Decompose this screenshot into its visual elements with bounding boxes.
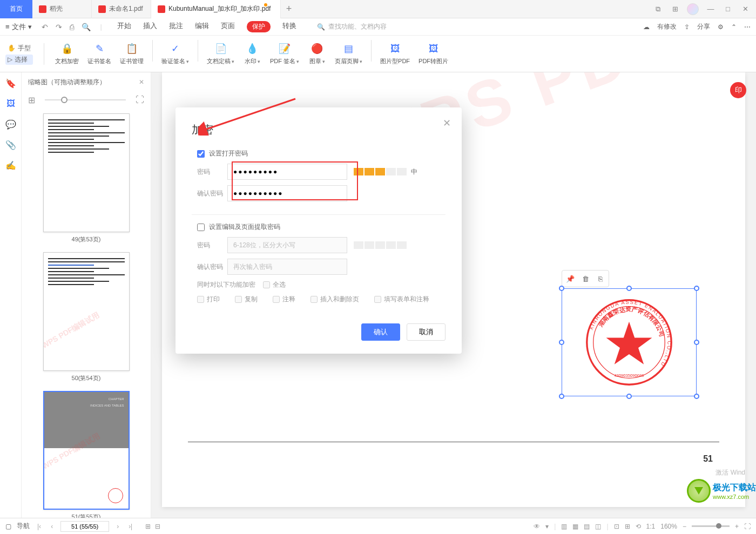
tool-水印[interactable]: 💧水印▾ (239, 40, 266, 67)
prev-page-button[interactable]: ‹ (49, 523, 55, 530)
eye-icon[interactable]: 👁 (534, 523, 540, 530)
tool-图片型PDF[interactable]: 🖼图片型PDF (376, 40, 414, 67)
tool-证书管理[interactable]: 📋证书管理 (116, 40, 148, 67)
comment-icon[interactable]: 💬 (4, 118, 17, 131)
changes-label[interactable]: 有修改 (657, 22, 677, 31)
thumbnail-icon[interactable]: 🖼 (4, 97, 17, 110)
fullscreen-icon[interactable]: ⛶ (744, 523, 751, 530)
open-password-confirm-input[interactable] (227, 185, 347, 201)
redo-icon[interactable]: ↷ (56, 23, 62, 31)
thumb-close[interactable]: ✕ (139, 78, 144, 86)
menu-search[interactable]: 🔍 查找功能、文档内容 (317, 22, 387, 31)
menu-insert[interactable]: 插入 (143, 21, 157, 32)
attachment-icon[interactable]: 📎 (4, 138, 17, 151)
tool-文档定稿[interactable]: 📄文档定稿▾ (202, 40, 239, 67)
menu-start[interactable]: 开始 (117, 21, 131, 32)
tool-图章[interactable]: 🔴图章▾ (303, 40, 330, 67)
layout-icon[interactable]: ⊞ (145, 523, 151, 530)
layout-icon[interactable]: ⊟ (155, 523, 160, 530)
view-icon[interactable]: ⊞ (625, 523, 630, 530)
view-icon[interactable]: ▤ (584, 523, 590, 530)
tab-daoke[interactable]: 稻壳 (32, 0, 92, 18)
collapse-icon[interactable]: ⌃ (731, 23, 737, 31)
seal-copy-button[interactable]: ⎘ (594, 272, 607, 285)
file-menu[interactable]: ≡ 文件 ▾ (5, 22, 32, 32)
tool-验证签名[interactable]: ✓验证签名▾ (157, 40, 193, 67)
tab-home[interactable]: 首页 (0, 0, 32, 18)
menu-convert[interactable]: 转换 (282, 21, 296, 32)
menu-page[interactable]: 页面 (221, 21, 235, 32)
bookmark-icon[interactable]: 🔖 (4, 77, 17, 90)
view-icon[interactable]: ▥ (561, 523, 567, 530)
settings-icon[interactable]: ⚙ (718, 23, 724, 31)
resize-handle[interactable] (694, 394, 699, 399)
edit-password-confirm-input[interactable] (227, 259, 347, 275)
cloud-icon[interactable]: ☁ (643, 23, 650, 31)
next-page-button[interactable]: › (114, 523, 121, 530)
reader-mode-icon[interactable]: ⧉ (652, 4, 663, 15)
ok-button[interactable]: 确认 (361, 323, 400, 341)
tab-kubuntu[interactable]: KubuntuManual_加水印_加水印.pdf (151, 0, 281, 18)
set-open-password-checkbox[interactable] (197, 150, 205, 158)
zoom-out-button[interactable]: − (683, 523, 686, 530)
tab-add-button[interactable]: + (281, 3, 297, 15)
edit-password-input[interactable] (227, 237, 347, 253)
thumb-expand-icon[interactable]: ⛶ (136, 95, 144, 105)
avatar[interactable] (687, 3, 699, 15)
cancel-button[interactable]: 取消 (407, 323, 446, 341)
window-close[interactable]: ✕ (740, 4, 751, 15)
document-view[interactable]: WPS PDF 编 51 激活 Wind 印 📌 🗑 ⎘ (151, 72, 756, 518)
resize-handle[interactable] (559, 340, 564, 345)
tool-证书签名[interactable]: ✎证书签名 (83, 40, 116, 67)
thumb-item-49[interactable]: 49(第53页) (38, 113, 134, 244)
menu-edit[interactable]: 编辑 (195, 21, 209, 32)
undo-icon[interactable]: ↶ (42, 23, 48, 31)
resize-handle[interactable] (694, 286, 699, 291)
view-icon[interactable]: ⊡ (614, 523, 619, 530)
select-all-checkbox[interactable] (263, 281, 270, 288)
menu-protect[interactable]: 保护 (247, 21, 271, 32)
perm-forms-checkbox[interactable] (374, 296, 381, 303)
tool-文档加密[interactable]: 🔒文档加密 (51, 40, 83, 67)
seal-object[interactable]: 📌 🗑 ⎘ XINRONGDA ASSET ENALUATION CO.,LTD… (562, 288, 697, 396)
actual-size-button[interactable]: 1:1 (646, 523, 656, 530)
more-icon[interactable]: ⋯ (744, 23, 751, 31)
window-minimize[interactable]: — (705, 4, 716, 15)
tool-页眉页脚[interactable]: ▤页眉页脚▾ (330, 40, 367, 67)
first-page-button[interactable]: |‹ (35, 523, 43, 530)
resize-handle[interactable] (626, 394, 632, 399)
tool-PDF 签名[interactable]: 📝PDF 签名▾ (266, 40, 303, 67)
share-button[interactable]: 分享 (697, 22, 710, 31)
perm-pages-checkbox[interactable] (310, 296, 318, 303)
nav-label[interactable]: 导航 (17, 522, 30, 531)
select-mode[interactable]: ▷选择 (5, 55, 33, 65)
stamp-fab[interactable]: 印 (730, 82, 746, 98)
perm-copy-checkbox[interactable] (235, 296, 242, 303)
perm-print-checkbox[interactable] (197, 296, 204, 303)
thumb-item-50[interactable]: WPS PDF编辑试用 50(第54页) (38, 252, 134, 382)
zoom-in-button[interactable]: + (735, 523, 739, 530)
hand-mode[interactable]: ✋手型 (5, 43, 33, 53)
sidebar-toggle-icon[interactable]: ▢ (5, 523, 11, 530)
thumb-grid-icon[interactable]: ⊞ (28, 95, 35, 105)
view-icon[interactable]: ◫ (595, 523, 601, 530)
view-icon[interactable]: ▦ (572, 523, 578, 530)
resize-handle[interactable] (559, 394, 564, 399)
resize-handle[interactable] (559, 286, 564, 291)
thumb-item-51[interactable]: CHAPTERINDICES AND TABLES WPS PDF编辑试用 51… (38, 391, 134, 518)
zoom-level[interactable]: 160% (660, 523, 677, 530)
last-page-button[interactable]: ›| (126, 523, 134, 530)
seal-delete-button[interactable]: 🗑 (579, 272, 592, 285)
set-edit-password-checkbox[interactable] (197, 224, 205, 231)
search-icon[interactable]: 🔍 (82, 23, 91, 31)
menu-annotate[interactable]: 批注 (169, 21, 183, 32)
print-icon[interactable]: ⎙ (70, 23, 74, 31)
zoom-slider[interactable] (692, 525, 730, 527)
rotate-icon[interactable]: ⟲ (636, 523, 641, 530)
signature-icon[interactable]: ✍ (4, 159, 17, 172)
thumb-list[interactable]: 49(第53页) WPS PDF编辑试用 50(第54页) CHAPTERIND… (22, 108, 151, 518)
open-password-input[interactable] (227, 164, 347, 180)
dialog-close-button[interactable]: ✕ (443, 117, 451, 129)
resize-handle[interactable] (694, 340, 699, 345)
tab-untitled[interactable]: 未命名1.pdf (92, 0, 151, 18)
